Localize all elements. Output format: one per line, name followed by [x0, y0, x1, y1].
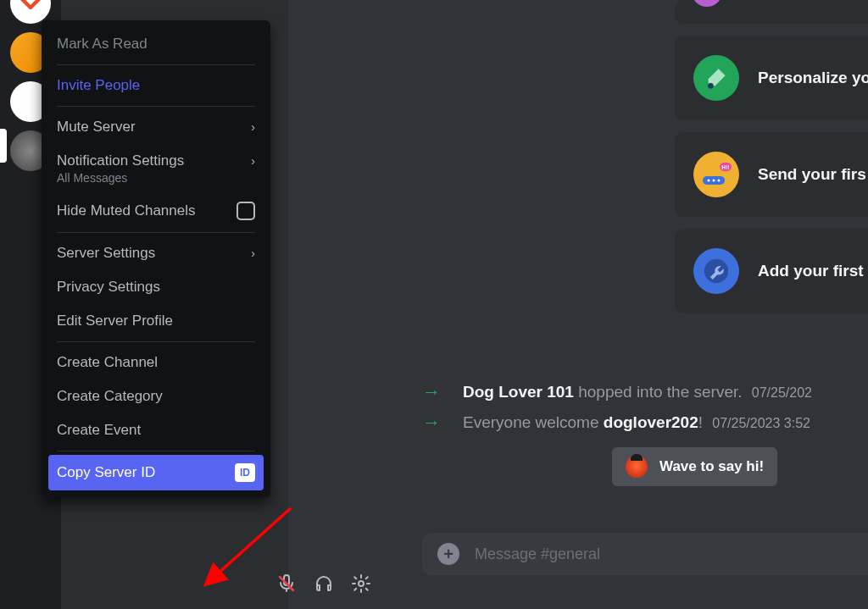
- mic-muted-icon[interactable]: [275, 572, 298, 595]
- chevron-right-icon: ›: [251, 154, 255, 168]
- wave-label: Wave to say hi!: [659, 458, 764, 475]
- message-input-placeholder: Message #general: [475, 545, 600, 563]
- menu-label: Privacy Settings: [57, 279, 160, 296]
- onboarding-card-add-first[interactable]: Add your first: [675, 229, 868, 313]
- menu-notification-settings[interactable]: Notification Settings › All Messages: [48, 144, 264, 193]
- server-context-menu: Mark As Read Invite People Mute Server ›…: [42, 20, 270, 497]
- system-message: → Everyone welcome doglover202! 07/25/20…: [422, 412, 868, 434]
- menu-label: Create Category: [57, 388, 163, 405]
- menu-label: Notification Settings: [57, 152, 184, 169]
- onboarding-card-personalize[interactable]: Personalize yo: [675, 36, 868, 120]
- attach-plus-icon[interactable]: +: [437, 543, 459, 565]
- card-label: Personalize yo: [758, 69, 868, 87]
- menu-create-category[interactable]: Create Category: [48, 379, 264, 413]
- message-body: !: [698, 413, 703, 431]
- svg-point-8: [713, 180, 715, 182]
- menu-hide-muted[interactable]: Hide Muted Channels: [48, 193, 264, 229]
- server-selection-pill: [0, 129, 7, 163]
- menu-edit-server-profile[interactable]: Edit Server Profile: [48, 304, 264, 338]
- wave-button[interactable]: Wave to say hi!: [612, 447, 777, 486]
- menu-separator: [57, 106, 255, 107]
- join-arrow-icon: →: [422, 412, 441, 434]
- menu-create-event[interactable]: Create Event: [48, 413, 264, 447]
- menu-mark-as-read[interactable]: Mark As Read: [48, 27, 264, 61]
- message-list: → Dog Lover 101 hopped into the server. …: [422, 381, 868, 486]
- menu-label: Hide Muted Channels: [57, 202, 195, 219]
- onboarding-card-top[interactable]: [675, 0, 868, 24]
- chevron-right-icon: ›: [251, 246, 255, 260]
- chevron-right-icon: ›: [251, 120, 255, 134]
- svg-point-9: [718, 180, 721, 182]
- card-label: Send your firs: [758, 165, 866, 184]
- menu-separator: [57, 64, 255, 65]
- menu-separator: [57, 232, 255, 233]
- menu-label: Mute Server: [57, 119, 136, 136]
- card-label: Add your first: [758, 262, 864, 280]
- main-content: Personalize yo Hi! Send your firs Add yo…: [288, 0, 868, 609]
- timestamp: 07/25/202: [752, 385, 812, 400]
- menu-label: Server Settings: [57, 245, 155, 262]
- menu-label: Mark As Read: [57, 36, 147, 53]
- menu-server-settings[interactable]: Server Settings ›: [48, 236, 264, 270]
- message-body: hopped into the server.: [574, 383, 743, 401]
- menu-invite-people[interactable]: Invite People: [48, 69, 264, 102]
- menu-label: Edit Server Profile: [57, 313, 173, 329]
- message-text: Everyone welcome doglover202! 07/25/2023…: [463, 413, 810, 432]
- menu-label: Create Event: [57, 422, 141, 439]
- menu-separator: [57, 451, 255, 451]
- timestamp: 07/25/2023 3:52: [712, 416, 810, 430]
- message-text: Dog Lover 101 hopped into the server. 07…: [463, 383, 812, 401]
- menu-sublabel: All Messages: [57, 171, 127, 185]
- checkbox-icon[interactable]: [236, 202, 255, 220]
- menu-create-channel[interactable]: Create Channel: [48, 346, 264, 379]
- onboarding-cards: Personalize yo Hi! Send your firs Add yo…: [675, 0, 868, 313]
- user-controls: [75, 572, 373, 595]
- join-arrow-icon: →: [422, 381, 441, 403]
- svg-point-3: [708, 83, 714, 89]
- id-badge-icon: ID: [235, 463, 255, 482]
- svg-text:Hi!: Hi!: [721, 164, 729, 170]
- chat-bubble-icon: Hi!: [693, 152, 739, 197]
- menu-label: Create Channel: [57, 354, 158, 371]
- menu-privacy-settings[interactable]: Privacy Settings: [48, 270, 264, 304]
- onboarding-card-send-first[interactable]: Hi! Send your firs: [675, 132, 868, 217]
- message-input-bar[interactable]: + Message #general: [422, 533, 868, 575]
- username[interactable]: doglover202: [604, 413, 698, 431]
- system-message: → Dog Lover 101 hopped into the server. …: [422, 381, 868, 403]
- menu-label: Copy Server ID: [57, 464, 155, 481]
- purple-blob-icon: [692, 0, 722, 7]
- wrench-icon: [693, 248, 739, 294]
- brush-icon: [693, 55, 739, 101]
- headphones-icon[interactable]: [312, 572, 336, 595]
- wave-emoji-icon: [626, 456, 648, 478]
- menu-mute-server[interactable]: Mute Server ›: [48, 110, 264, 144]
- svg-point-1: [359, 581, 364, 586]
- menu-label: Invite People: [57, 77, 140, 94]
- menu-separator: [57, 341, 255, 342]
- menu-copy-server-id[interactable]: Copy Server ID ID: [48, 455, 264, 490]
- username[interactable]: Dog Lover 101: [463, 383, 574, 401]
- settings-gear-icon[interactable]: [349, 572, 373, 595]
- svg-point-7: [708, 180, 710, 182]
- message-body: Everyone welcome: [463, 413, 604, 431]
